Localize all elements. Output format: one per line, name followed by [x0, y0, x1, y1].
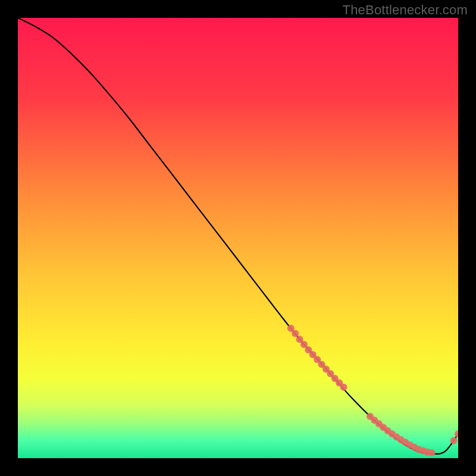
- plot-area: [18, 18, 458, 458]
- chart-svg: [18, 18, 458, 458]
- data-point: [428, 449, 436, 456]
- watermark-text: TheBottlenecker.com: [343, 2, 468, 18]
- chart-frame: TheBottlenecker.com: [0, 0, 476, 476]
- data-point: [292, 330, 299, 337]
- data-point: [340, 384, 347, 391]
- bottleneck-curve: [18, 18, 458, 454]
- data-point: [450, 437, 458, 444]
- data-points: [287, 325, 458, 456]
- data-point: [455, 430, 458, 437]
